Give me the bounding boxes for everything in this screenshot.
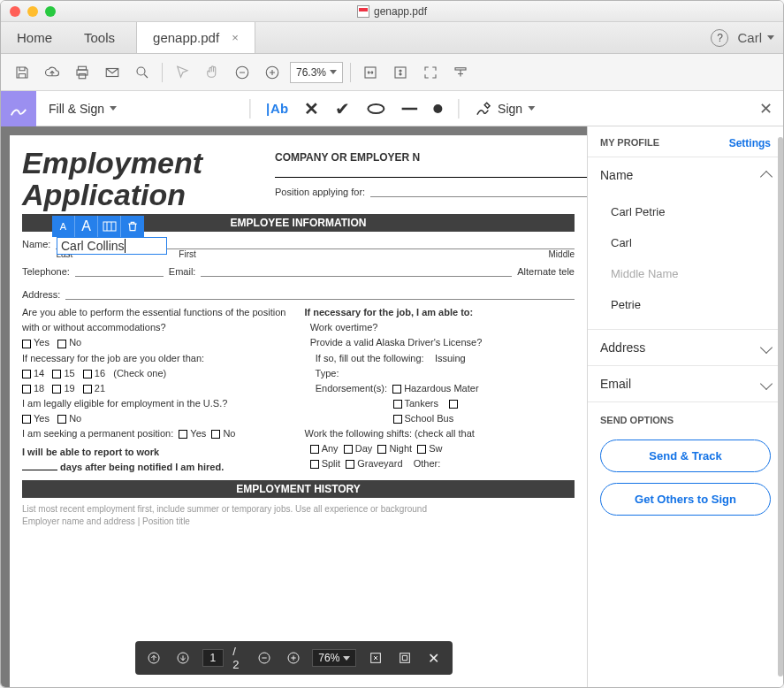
help-button[interactable]: ? <box>711 29 728 47</box>
text-edit-toolbar: A A <box>52 216 144 237</box>
tab-document[interactable]: genapp.pdf × <box>136 22 255 53</box>
zoom-level-input[interactable]: 76.3% <box>290 62 343 83</box>
name-section-toggle[interactable]: Name <box>588 157 783 193</box>
sign-label: Sign <box>498 102 522 116</box>
page-number-input[interactable]: 1 <box>202 649 225 667</box>
close-nav-button[interactable]: ✕ <box>423 647 444 669</box>
pdf-page[interactable]: Employment Application COMPANY OR EMPLOY… <box>10 135 587 687</box>
close-fill-sign-button[interactable]: ✕ <box>759 99 773 118</box>
tab-tools[interactable]: Tools <box>68 22 131 53</box>
address-section-label: Address <box>600 340 645 355</box>
x-mark-tool[interactable]: ✕ <box>304 98 319 119</box>
telephone-label: Telephone: <box>22 266 70 277</box>
line-tool[interactable] <box>401 107 417 111</box>
zoom-out-button[interactable] <box>230 60 255 85</box>
fill-sign-icon <box>1 91 36 126</box>
view-mode-button[interactable] <box>448 60 473 85</box>
shift-split: Split <box>322 458 340 469</box>
profile-last-name[interactable]: Petrie <box>588 289 783 320</box>
get-others-sign-button[interactable]: Get Others to Sign <box>600 483 771 516</box>
tab-close-button[interactable]: × <box>232 31 239 44</box>
search-button[interactable] <box>130 60 155 85</box>
profile-middle-name[interactable]: Middle Name <box>588 258 783 289</box>
mail-button[interactable] <box>100 60 125 85</box>
fill-sign-label: Fill & Sign <box>49 102 104 116</box>
fit-width-button[interactable] <box>358 60 383 85</box>
zoom-in-button[interactable] <box>260 60 285 85</box>
main-toolbar: 76.3% <box>1 54 783 91</box>
older-than-question: If necessary for the job are you older t… <box>22 351 293 366</box>
alternate-tel-label: Alternate tele <box>517 266 575 277</box>
fill-sign-toolbar: Fill & Sign |Ab ✕ ✔ Sign ✕ <box>1 91 783 126</box>
position-label: Position applying for: <box>275 187 365 197</box>
pdf-file-icon <box>357 5 369 18</box>
chevron-down-icon <box>760 378 773 390</box>
tab-home[interactable]: Home <box>1 22 68 53</box>
shift-any: Any <box>322 443 339 454</box>
chevron-down-icon <box>767 35 774 40</box>
zoom-in-nav-button[interactable] <box>283 647 303 669</box>
fit-button-2[interactable] <box>394 647 415 669</box>
no-label: No <box>69 337 81 348</box>
delete-text-button[interactable] <box>121 216 144 237</box>
address-section-toggle[interactable]: Address <box>588 329 783 365</box>
name-text-input[interactable]: Carl Collins <box>57 237 167 255</box>
issuing-label: Issuing <box>435 353 466 363</box>
minimize-window-button[interactable] <box>27 6 38 17</box>
shift-day: Day <box>355 443 373 454</box>
zoom-out-nav-button[interactable] <box>254 647 274 669</box>
close-window-button[interactable] <box>10 6 20 17</box>
checkmark-tool[interactable]: ✔ <box>335 98 350 119</box>
decrease-text-button[interactable]: A <box>52 216 75 237</box>
fullscreen-button[interactable] <box>418 60 443 85</box>
fit-button[interactable] <box>365 647 385 669</box>
email-label: Email: <box>169 266 196 277</box>
send-track-button[interactable]: Send & Track <box>600 440 771 472</box>
name-label: Name: <box>22 239 50 259</box>
save-button[interactable] <box>10 60 34 85</box>
fill-sign-dropdown[interactable]: Fill & Sign <box>36 102 129 116</box>
fit-page-button[interactable] <box>388 60 413 85</box>
profile-full-name[interactable]: Carl Petrie <box>588 196 783 227</box>
chevron-down-icon <box>760 341 773 354</box>
user-menu[interactable]: Carl <box>737 30 774 45</box>
age-19: 19 <box>64 383 74 394</box>
yes-label-2: Yes <box>34 413 49 424</box>
dot-tool[interactable] <box>433 104 442 113</box>
shifts-label: Work the following shifts: (check all th… <box>305 428 475 439</box>
no-label-3: No <box>223 428 235 439</box>
select-tool[interactable] <box>170 60 194 85</box>
chevron-up-icon <box>760 171 773 183</box>
svg-rect-2 <box>79 73 86 78</box>
main-tabs: Home Tools genapp.pdf × ? Carl <box>1 22 783 54</box>
sidebar-scrollbar[interactable] <box>778 137 783 677</box>
add-text-tool[interactable]: |Ab <box>266 101 288 116</box>
circle-tool[interactable] <box>366 103 385 115</box>
hand-tool[interactable] <box>200 60 225 85</box>
profile-first-name[interactable]: Carl <box>588 227 783 258</box>
report-work-2: days after being notified I am hired. <box>60 462 224 472</box>
tab-document-label: genapp.pdf <box>153 30 219 45</box>
sign-tool[interactable]: Sign <box>475 100 535 118</box>
maximize-window-button[interactable] <box>45 6 56 17</box>
increase-text-button[interactable]: A <box>75 216 98 237</box>
page-up-button[interactable] <box>144 647 164 669</box>
schoolbus-label: School Bus <box>405 413 454 424</box>
tankers-label: Tankers <box>405 398 439 409</box>
settings-link[interactable]: Settings <box>729 137 771 149</box>
age-14: 14 <box>34 368 44 378</box>
chevron-down-icon <box>330 70 337 74</box>
svg-rect-12 <box>103 222 116 231</box>
page-down-button[interactable] <box>173 647 194 669</box>
titlebar: genapp.pdf <box>1 1 783 22</box>
email-section-toggle[interactable]: Email <box>588 365 783 401</box>
chevron-down-icon <box>528 106 535 111</box>
email-section-label: Email <box>600 377 631 391</box>
spacing-button[interactable] <box>98 216 121 237</box>
print-button[interactable] <box>70 60 95 85</box>
document-view[interactable]: Employment Application COMPANY OR EMPLOY… <box>1 126 587 687</box>
cloud-button[interactable] <box>40 60 65 85</box>
profile-sidebar: MY PROFILE Settings Name Carl Petrie Car… <box>587 126 783 687</box>
zoom-nav-input[interactable]: 76% <box>312 649 356 667</box>
no-label-2: No <box>69 413 81 424</box>
